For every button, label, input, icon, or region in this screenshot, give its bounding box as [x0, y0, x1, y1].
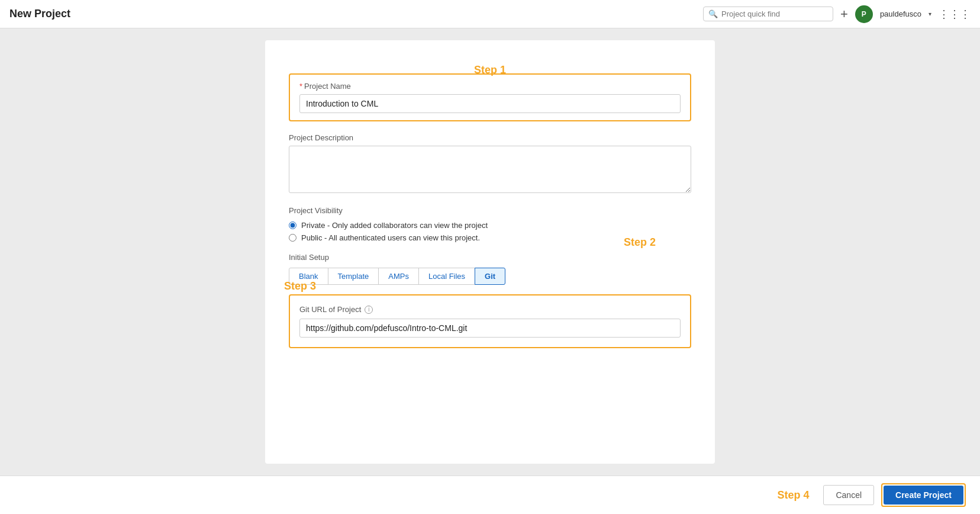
top-navigation: New Project 🔍 + P pauldefusco ▾ ⋮⋮⋮ — [0, 0, 980, 28]
step1-highlight-box: Step 1 *Project Name — [289, 73, 691, 121]
step3-box: Step 3 Git URL of Project i — [289, 294, 691, 348]
git-url-label-text: Git URL of Project — [299, 305, 361, 314]
visibility-private-radio[interactable] — [289, 221, 296, 229]
step1-wrapper: Step 1 *Project Name — [289, 73, 691, 121]
page-title: New Project — [9, 8, 70, 20]
search-box[interactable]: 🔍 — [703, 7, 833, 21]
info-icon[interactable]: i — [365, 306, 373, 314]
visibility-label: Project Visibility — [289, 206, 691, 215]
user-dropdown-arrow[interactable]: ▾ — [929, 11, 931, 17]
setup-tabs-row: Blank Template AMPs Local Files Git — [289, 268, 691, 285]
main-content: Step 1 *Project Name Project Description… — [0, 28, 980, 476]
step4-label: Step 4 — [777, 489, 809, 502]
tab-template[interactable]: Template — [328, 268, 379, 285]
step2-container: Step 2 Initial Setup Blank Template AMPs… — [289, 253, 691, 285]
tab-git[interactable]: Git — [475, 268, 505, 285]
required-star: * — [299, 82, 302, 91]
visibility-public-radio[interactable] — [289, 234, 296, 242]
create-button-wrapper: Create Project — [881, 483, 966, 507]
git-url-label-row: Git URL of Project i — [299, 305, 681, 314]
create-project-button[interactable]: Create Project — [884, 486, 963, 505]
avatar: P — [855, 5, 873, 23]
username-label[interactable]: pauldefusco — [880, 9, 921, 18]
add-button[interactable]: + — [840, 8, 848, 21]
project-name-label: *Project Name — [299, 82, 681, 91]
project-description-textarea[interactable] — [289, 146, 691, 193]
visibility-private-label: Private - Only added collaborators can v… — [301, 221, 488, 230]
nav-actions: 🔍 + P pauldefusco ▾ ⋮⋮⋮ — [703, 5, 971, 23]
step3-label: Step 3 — [284, 280, 316, 293]
step1-label: Step 1 — [474, 64, 506, 76]
initial-setup-section: Initial Setup Blank Template AMPs Local … — [289, 253, 691, 285]
visibility-public-label: Public - All authenticated users can vie… — [301, 233, 480, 242]
project-description-label: Project Description — [289, 133, 691, 142]
cancel-button[interactable]: Cancel — [823, 485, 874, 505]
tab-local-files[interactable]: Local Files — [418, 268, 475, 285]
grid-icon[interactable]: ⋮⋮⋮ — [939, 8, 971, 21]
description-section: Project Description — [289, 133, 691, 195]
step2-label: Step 2 — [624, 236, 656, 249]
git-url-input[interactable] — [299, 319, 681, 338]
visibility-private-option[interactable]: Private - Only added collaborators can v… — [289, 221, 691, 230]
bottom-bar: Step 4 Cancel Create Project — [0, 476, 980, 514]
search-icon: 🔍 — [708, 9, 718, 18]
tab-amps[interactable]: AMPs — [378, 268, 419, 285]
project-name-input[interactable] — [299, 94, 681, 113]
form-card: Step 1 *Project Name Project Description… — [265, 40, 715, 464]
initial-setup-label: Initial Setup — [289, 253, 691, 262]
search-input[interactable] — [721, 9, 828, 18]
